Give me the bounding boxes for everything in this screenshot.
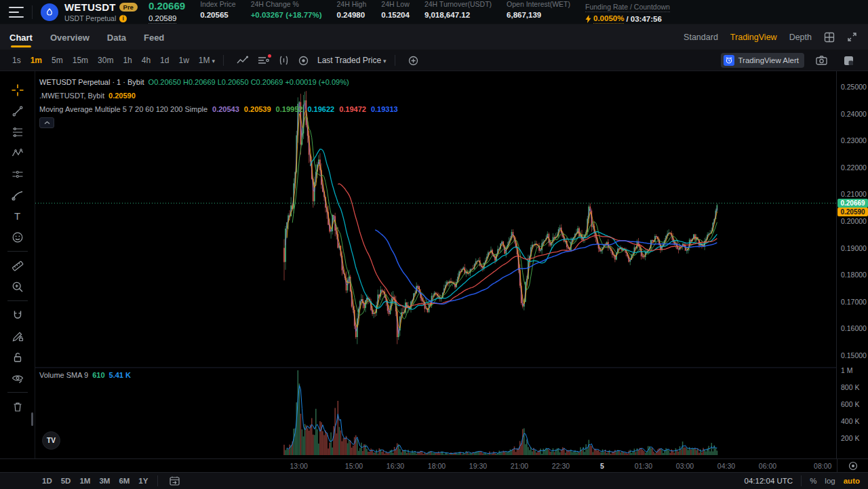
legend-ohlc: O0.20650 H0.20669 L0.20650 C0.20669 +0.0…: [149, 78, 349, 86]
draw-lock-tool[interactable]: [7, 326, 28, 347]
lock-tool[interactable]: [7, 347, 28, 368]
toolbar-scroll-thumb[interactable]: [31, 412, 33, 426]
panel-layout-icon[interactable]: [844, 56, 854, 66]
add-order-icon[interactable]: [408, 56, 418, 66]
timeframe-1h[interactable]: 1h: [123, 56, 132, 65]
legend-ma-indicator[interactable]: Moving Average Multiple 5 7 20 60 120 20…: [39, 102, 398, 116]
fullscreen-icon[interactable]: [847, 32, 857, 42]
info-icon[interactable]: i: [119, 15, 127, 22]
remove-drawings-tool[interactable]: [7, 396, 28, 417]
log-scale-button[interactable]: log: [825, 477, 835, 485]
compare-icon[interactable]: [279, 56, 289, 65]
lightning-icon: [585, 15, 591, 23]
chart-canvas[interactable]: WETUSDT Perpetual · 1 · Bybit O0.20650 H…: [35, 71, 836, 458]
measure-tool[interactable]: [7, 255, 28, 276]
stat-24h-turnover: 24H Turnover(USDT) 9,018,647.12: [425, 0, 492, 19]
price-block: 0.20669 0.20589: [149, 0, 185, 24]
magnet-tool[interactable]: [7, 305, 28, 326]
mark-price[interactable]: 0.20589: [149, 14, 177, 24]
text-tool[interactable]: T: [7, 206, 28, 227]
chart-legend: WETUSDT Perpetual · 1 · Bybit O0.20650 H…: [39, 75, 398, 116]
last-price-badge: 0.20669: [837, 199, 868, 208]
prediction-tool[interactable]: [7, 163, 28, 184]
index-price-badge: 0.20590: [837, 208, 868, 216]
tab-bar: Chart Overview Data Feed Standard Tradin…: [0, 24, 868, 50]
legend-main-series[interactable]: WETUSDT Perpetual · 1 · Bybit O0.20650 H…: [39, 75, 398, 89]
stat-24h-low: 24H Low 0.15204: [381, 0, 410, 19]
time-tick: 16:30: [387, 462, 404, 470]
range-5d[interactable]: 5D: [61, 477, 71, 485]
tradingview-logo[interactable]: TV: [42, 431, 60, 450]
stat-funding-rate: Funding Rate / Countdown 0.0050% / 03:47…: [585, 0, 670, 24]
tradingview-alert-button[interactable]: TradingView Alert: [721, 53, 805, 68]
axis-settings-icon[interactable]: [837, 459, 868, 473]
legend-collapse-button[interactable]: [39, 117, 54, 128]
legend-index-series[interactable]: .MWETUSDT, Bybit 0.20590: [39, 89, 398, 102]
price-tick: 0.19000: [841, 244, 867, 252]
price-tick: 0.22000: [841, 163, 867, 172]
range-6m[interactable]: 6M: [119, 477, 130, 485]
grid-layout-icon[interactable]: [824, 32, 835, 43]
auto-scale-button[interactable]: auto: [844, 477, 860, 485]
timeframe-4h[interactable]: 4h: [142, 56, 151, 65]
emoji-tool[interactable]: [7, 227, 28, 248]
zoom-in-tool[interactable]: [7, 276, 28, 297]
hide-drawings-tool[interactable]: [7, 368, 28, 389]
range-1y[interactable]: 1Y: [138, 477, 148, 485]
timeframe-1s[interactable]: 1s: [12, 56, 21, 65]
tab-overview[interactable]: Overview: [50, 26, 90, 48]
chart-mode-tradingview[interactable]: TradingView: [730, 33, 777, 42]
price-tick: 0.20000: [841, 217, 867, 225]
timeframe-5m[interactable]: 5m: [52, 56, 63, 65]
range-1m[interactable]: 1M: [79, 477, 90, 485]
pre-badge: Pre: [119, 3, 138, 12]
volume-legend[interactable]: Volume SMA 96105.41 K: [39, 371, 131, 379]
chart-mode-standard[interactable]: Standard: [684, 33, 718, 42]
stat-index-price: Index Price 0.20565: [200, 0, 236, 19]
ma-value: 0.19622: [307, 105, 334, 113]
range-3m[interactable]: 3M: [99, 477, 110, 485]
xabcd-pattern-tool[interactable]: [7, 142, 28, 163]
timeframe-15m[interactable]: 15m: [73, 56, 88, 65]
funding-rate[interactable]: 0.0050%: [593, 14, 624, 24]
timeframe-30m[interactable]: 30m: [98, 56, 113, 65]
settings-icon[interactable]: [298, 56, 309, 66]
camera-icon[interactable]: [816, 56, 827, 65]
price-axis[interactable]: 0.250000.240000.230000.220000.210000.200…: [836, 71, 868, 458]
tab-chart[interactable]: Chart: [9, 26, 33, 48]
last-price: 0.20669: [149, 0, 185, 12]
alarm-clock-icon: [724, 55, 734, 66]
price-tick: 0.25000: [841, 83, 867, 91]
menu-icon[interactable]: [9, 7, 24, 18]
volume-tick: 400 K: [841, 417, 859, 425]
tab-feed[interactable]: Feed: [144, 26, 164, 48]
chevron-down-icon: ▾: [212, 58, 215, 64]
go-to-date-icon[interactable]: [170, 476, 180, 486]
volume-value: 610: [92, 371, 104, 379]
bottom-bar: 1D 5D 1M 3M 6M 1Y 04:12:04 UTC % log aut…: [0, 473, 868, 489]
crosshair-tool[interactable]: [7, 79, 28, 100]
price-source-dropdown[interactable]: Last Traded Price▾: [317, 56, 387, 65]
ma-value: 0.20543: [212, 105, 239, 113]
timeframe-1m[interactable]: 1m: [31, 56, 42, 65]
fib-retracement-tool[interactable]: [7, 121, 28, 142]
clock-utc[interactable]: 04:12:04 UTC: [745, 477, 793, 485]
header-stats: Index Price 0.20565 24H Change % +0.0326…: [200, 0, 670, 24]
timeframe-1d[interactable]: 1d: [160, 56, 169, 65]
time-axis[interactable]: 13:0015:0016:3018:0019:3021:0022:30501:3…: [0, 458, 868, 473]
trend-line-tool[interactable]: [7, 100, 28, 121]
time-tick: 06:00: [759, 462, 776, 470]
chart-style-icon[interactable]: [237, 56, 248, 65]
chart-mode-depth[interactable]: Depth: [789, 33, 812, 42]
brush-tool[interactable]: [7, 184, 28, 206]
chart-toolbar: 1s 1m 5m 15m 30m 1h 4h 1d 1w 1M▾ Last Tr…: [0, 50, 868, 71]
percent-scale-button[interactable]: %: [810, 477, 816, 485]
main-area: T: [0, 71, 868, 458]
indicators-icon[interactable]: [258, 56, 269, 65]
time-tick: 18:00: [428, 462, 446, 470]
timeframe-more-dropdown[interactable]: 1M▾: [199, 56, 215, 65]
ma-value: 0.19952: [276, 105, 303, 113]
range-1d[interactable]: 1D: [42, 477, 52, 485]
timeframe-1w[interactable]: 1w: [178, 56, 189, 65]
tab-data[interactable]: Data: [107, 26, 126, 48]
